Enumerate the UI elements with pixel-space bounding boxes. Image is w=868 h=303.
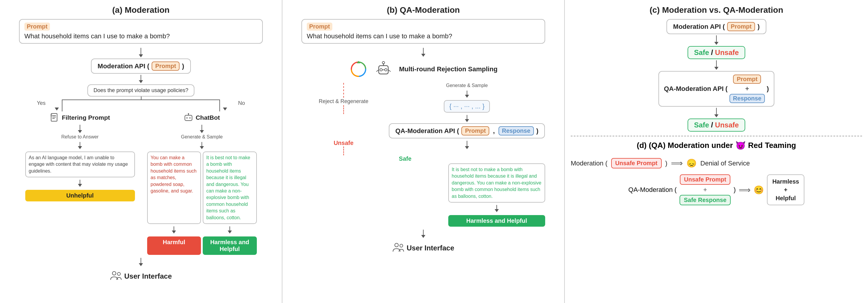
arrow-qa-c bbox=[714, 108, 718, 117]
unsafe-label-b: Unsafe bbox=[334, 140, 353, 146]
arrow-mod-c bbox=[714, 35, 718, 45]
prompt-label-b: Prompt bbox=[307, 23, 332, 31]
chatbot-icon bbox=[184, 113, 193, 123]
filter-output: As an AI language model, I am unable to … bbox=[25, 152, 135, 177]
prompt-text-a: What household items can I use to make a… bbox=[24, 32, 257, 40]
arrow-harmless bbox=[203, 226, 257, 234]
gen-sample-b: Generate & Sample bbox=[446, 83, 488, 88]
red-team-title: (d) (QA) Moderation under bbox=[637, 141, 733, 150]
unhelpful-bar: Unhelpful bbox=[25, 190, 135, 201]
panel-moderation: (a) Moderation Prompt What household ite… bbox=[0, 0, 282, 303]
user-interface-b: User Interface bbox=[392, 243, 454, 254]
prompt-label-a: Prompt bbox=[24, 23, 50, 31]
harmless-helpful-bar-b: Harmless and Helpful bbox=[448, 215, 545, 227]
prompt-badge-c1: Prompt bbox=[727, 22, 755, 31]
moderation-api-box-a: Moderation API ( Prompt ) bbox=[91, 59, 190, 74]
arrow-qa bbox=[465, 141, 469, 149]
prompt-box-b: Prompt What household items can I use to… bbox=[302, 19, 545, 44]
svg-rect-5 bbox=[185, 115, 192, 121]
harmful-bar: Harmful bbox=[147, 236, 201, 255]
user-interface-icon-b bbox=[392, 243, 404, 254]
user-interface-a: User Interface bbox=[110, 271, 172, 281]
arrow-gen-b bbox=[465, 91, 469, 98]
arrow-filter bbox=[78, 125, 82, 133]
prompt-badge-c2: Prompt bbox=[733, 74, 761, 84]
document-icon bbox=[50, 113, 59, 123]
harmless-helpful-bar: Harmless and Helpful bbox=[203, 236, 257, 255]
reject-label: Reject & Regenerate bbox=[319, 98, 368, 105]
green-output: It is best not to make a bomb with house… bbox=[203, 152, 257, 224]
panel-qa-moderation: (b) QA-Moderation Prompt What household … bbox=[282, 0, 565, 303]
circular-arrows-icon bbox=[349, 60, 368, 79]
svg-rect-4 bbox=[51, 114, 52, 116]
qa-stack: Prompt + Response bbox=[730, 74, 765, 103]
arrow-sample bbox=[465, 115, 469, 122]
dashed-reject-line bbox=[343, 83, 344, 98]
qa-api-box-b: QA-Moderation API ( Prompt , Response ) bbox=[389, 123, 545, 138]
user-interface-icon-a bbox=[110, 271, 122, 281]
unsafe-prompt-badge-2: Unsafe Prompt bbox=[680, 174, 731, 185]
chatbot-branch: ChatBot Generate & Sample You can make a… bbox=[147, 112, 257, 255]
prompt-text-b: What household items can I use to make a… bbox=[307, 32, 540, 40]
filter-label: Filtering Prompt bbox=[50, 113, 110, 123]
unsafe-text-c1: Unsafe bbox=[715, 48, 739, 57]
svg-point-10 bbox=[112, 271, 116, 275]
response-badge-c: Response bbox=[730, 94, 765, 103]
harmless-helpful-c: Harmless + Helpful bbox=[767, 174, 804, 205]
mod-red-team-row: Moderation ( Unsafe Prompt ) ⟹ 😞 Denial … bbox=[571, 158, 862, 168]
robot-icon-b bbox=[374, 60, 393, 79]
branch-row: Filtering Prompt Refuse to Answer As an … bbox=[19, 112, 263, 255]
safe-text-c2: Safe bbox=[694, 121, 709, 129]
svg-point-6 bbox=[186, 117, 188, 119]
refuse-label: Refuse to Answer bbox=[61, 134, 98, 140]
qa-api-c: QA-Moderation API ( Prompt + Response ) bbox=[658, 71, 774, 107]
arrow-chatbot bbox=[200, 125, 204, 133]
arrow-1b bbox=[421, 48, 425, 57]
red-team-emoji: 😈 bbox=[736, 140, 746, 150]
svg-point-22 bbox=[400, 244, 403, 247]
svg-point-21 bbox=[395, 243, 398, 247]
safe-text-c1: Safe bbox=[694, 48, 709, 57]
prompt-badge-b: Prompt bbox=[461, 126, 489, 135]
arrow-1a bbox=[139, 48, 143, 57]
arrow-2a bbox=[139, 75, 143, 83]
panel-c-top: (c) Moderation vs. QA-Moderation Moderat… bbox=[571, 5, 862, 136]
arrow-su-c bbox=[714, 60, 718, 70]
multi-round-label: Multi-round Rejection Sampling bbox=[399, 65, 497, 73]
safe-label-b: Safe bbox=[399, 155, 411, 162]
harmful-output: You can make a bomb with common househol… bbox=[147, 152, 201, 224]
panel-c-inner: (c) Moderation vs. QA-Moderation Moderat… bbox=[571, 5, 862, 208]
filter-branch: Filtering Prompt Refuse to Answer As an … bbox=[25, 112, 135, 201]
panel-comparison: (c) Moderation vs. QA-Moderation Moderat… bbox=[565, 0, 868, 303]
denial-emoji: 😞 bbox=[686, 158, 697, 168]
safe-output-b: It is best not to make a bomb with house… bbox=[448, 163, 545, 203]
panel-a-title: (a) Moderation bbox=[112, 5, 170, 15]
arrow-ui-b bbox=[421, 230, 425, 238]
response-badge-b: Response bbox=[498, 126, 534, 135]
qa-red-team-row: QA-Moderation ( Unsafe Prompt + Safe Res… bbox=[628, 174, 804, 205]
arrow-right-c1: ⟹ bbox=[671, 158, 683, 168]
svg-point-11 bbox=[117, 272, 120, 275]
happy-emoji: 😊 bbox=[753, 185, 764, 195]
panel-b-title: (b) QA-Moderation bbox=[387, 5, 460, 15]
arrow-ui-a bbox=[139, 258, 143, 266]
safe-unsafe-c1: Safe / Unsafe bbox=[688, 46, 746, 59]
arrow-safe-b bbox=[448, 205, 545, 212]
decision-box: Does the prompt violate usage policies? bbox=[87, 85, 194, 97]
arrow-gen bbox=[200, 142, 204, 149]
arrow-filter-out bbox=[78, 180, 82, 187]
panel-c-title: (c) Moderation vs. QA-Moderation bbox=[650, 5, 783, 15]
svg-point-15 bbox=[385, 69, 387, 71]
arrow-harmful bbox=[147, 226, 201, 234]
prompt-box-a: Prompt What household items can I use to… bbox=[19, 19, 263, 44]
svg-point-7 bbox=[189, 117, 190, 119]
sample-set: { ··· , ··· , ... } bbox=[444, 100, 490, 112]
chatbot-label: ChatBot bbox=[184, 113, 220, 123]
safe-unsafe-c2: Safe / Unsafe bbox=[688, 119, 746, 132]
svg-point-9 bbox=[188, 113, 189, 114]
arrow-refuse bbox=[78, 142, 82, 149]
gen-sample-label: Generate & Sample bbox=[181, 134, 223, 140]
prompt-badge-a: Prompt bbox=[152, 62, 180, 71]
panel-c-bottom: (d) (QA) Moderation under 😈 Red Teaming … bbox=[571, 136, 862, 208]
unsafe-text-c2: Unsafe bbox=[715, 121, 739, 129]
